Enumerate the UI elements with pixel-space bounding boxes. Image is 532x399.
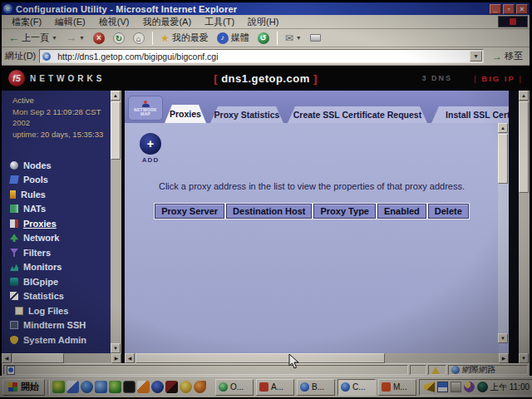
add-icon[interactable]: + (140, 133, 161, 155)
sidebar-item-statistics[interactable]: Statistics (10, 289, 111, 304)
menu-favorites[interactable]: 我的最愛(A) (135, 15, 198, 29)
address-input[interactable]: e http://dns1.getop.com/bigipgui/bigconf… (39, 49, 484, 63)
sidebar-vertical-scrollbar[interactable]: ▲ ▼ (111, 91, 121, 353)
throbber-logo (498, 16, 528, 27)
quicklaunch-icon[interactable] (81, 381, 93, 393)
tab-proxies[interactable]: Proxies (165, 105, 206, 123)
mail-dropdown-icon[interactable]: ▼ (296, 35, 302, 41)
address-dropdown-button[interactable]: ▼ (470, 51, 482, 62)
close-button[interactable]: × (516, 4, 528, 14)
tray-icon[interactable] (477, 382, 488, 392)
scroll-down-icon[interactable]: ▼ (111, 343, 121, 353)
scrollbar-thumb[interactable] (519, 101, 529, 193)
forward-dropdown-icon[interactable]: ▼ (79, 35, 85, 41)
tray-icon[interactable] (437, 382, 448, 392)
task-button-1[interactable]: O... (215, 379, 254, 396)
start-button[interactable]: 開始 (2, 379, 45, 396)
back-button[interactable]: ← 上一頁 ▼ (5, 31, 61, 45)
scroll-up-icon[interactable]: ▲ (498, 123, 508, 133)
refresh-button[interactable]: ↻ (110, 32, 128, 45)
scroll-up-icon[interactable]: ▲ (111, 91, 121, 101)
tab-proxy-statistics[interactable]: Proxy Statistics (210, 106, 283, 123)
sidebar-item-proxies[interactable]: Proxies (10, 216, 111, 231)
task-button-2[interactable]: A... (256, 379, 294, 396)
content-vertical-scrollbar[interactable]: ▲ ▼ (498, 123, 509, 343)
scrollbar-thumb[interactable] (498, 134, 508, 184)
quicklaunch-icon[interactable] (123, 381, 135, 393)
sidebar-item-filters[interactable]: Filters (10, 245, 111, 260)
scroll-down-icon[interactable]: ▼ (498, 333, 508, 343)
sidebar-item-nats[interactable]: NATs (10, 202, 111, 217)
sidebar-horizontal-scrollbar[interactable]: ◀ ▶ (2, 353, 121, 363)
scroll-right-icon[interactable]: ▶ (111, 353, 121, 363)
quicklaunch-icon[interactable] (52, 381, 65, 393)
maximize-button[interactable]: ▫ (503, 4, 515, 14)
quicklaunch-icon[interactable] (137, 381, 150, 393)
scroll-left-icon[interactable]: ◀ (2, 353, 12, 363)
sidebar-item-monitors[interactable]: Monitors (10, 260, 111, 275)
quicklaunch-icon[interactable] (165, 381, 178, 393)
sidebar-item-nodes[interactable]: Nodes (10, 158, 111, 173)
stop-button[interactable]: × (90, 32, 108, 45)
content-horizontal-scrollbar[interactable]: ◀ ▶ (125, 353, 509, 363)
scrollbar-thumb[interactable] (12, 353, 64, 363)
menu-view[interactable]: 檢視(V) (92, 15, 136, 29)
forward-button[interactable]: → ▼ (62, 31, 88, 45)
media-button[interactable]: ♪ 媒體 (214, 31, 253, 45)
quicklaunch-icon[interactable] (194, 381, 206, 393)
scrollbar-thumb[interactable] (111, 101, 121, 160)
scroll-right-icon[interactable]: ▶ (499, 353, 509, 363)
page-vertical-scrollbar[interactable]: ▲ ▼ (519, 91, 530, 363)
scroll-up-icon[interactable]: ▲ (519, 91, 529, 101)
quicklaunch-icon[interactable] (151, 381, 164, 393)
history-button[interactable]: ↺ (254, 32, 273, 45)
back-dropdown-icon[interactable]: ▼ (52, 35, 57, 41)
column-proxy-type[interactable]: Proxy Type (313, 204, 376, 219)
home-button[interactable]: ⌂ (130, 32, 148, 45)
network-map-button[interactable]: NETWORK MAP (128, 96, 163, 121)
task-button-3[interactable]: B... (297, 379, 335, 396)
task-button-active[interactable]: C... (337, 379, 376, 396)
forward-arrow-icon: → (66, 32, 76, 44)
add-proxy[interactable]: + ADD (138, 133, 163, 164)
scrollbar-thumb[interactable] (135, 353, 385, 363)
go-button[interactable]: → 移至 (487, 49, 528, 63)
tab-install-ssl-certificate[interactable]: Install SSL Certif (431, 106, 509, 123)
column-delete[interactable]: Delete (428, 204, 469, 219)
sidebar-item-bigpipe[interactable]: BIGpipe (10, 274, 111, 289)
quicklaunch-icon[interactable] (109, 381, 121, 393)
quicklaunch-icon[interactable] (180, 381, 192, 393)
home-icon: ⌂ (133, 32, 145, 44)
tray-icon[interactable] (424, 382, 435, 392)
menu-tools[interactable]: 工具(T) (198, 15, 241, 29)
sidebar-item-sysadmin[interactable]: System Admin (10, 332, 111, 347)
ie-icon: e (3, 4, 12, 13)
mail-button[interactable]: ✉ ▼ (282, 32, 305, 45)
print-button[interactable] (307, 33, 324, 42)
sidebar-item-rules[interactable]: Rules (10, 187, 111, 202)
column-destination-host[interactable]: Destination Host (226, 204, 312, 219)
sidebar-item-network[interactable]: Network (10, 231, 111, 246)
quicklaunch-icon[interactable] (95, 381, 107, 393)
column-proxy-server[interactable]: Proxy Server (155, 204, 224, 219)
scroll-left-icon[interactable]: ◀ (125, 353, 135, 363)
screen: e Configuration Utility - Microsoft Inte… (0, 0, 532, 399)
tray-icon[interactable] (451, 382, 461, 392)
sidebar-item-pools[interactable]: Pools (10, 173, 111, 188)
sidebar-item-mindterm[interactable]: Mindterm SSH (10, 318, 111, 333)
quicklaunch-icon[interactable] (66, 381, 79, 393)
tab-create-ssl-certificate-request[interactable]: Create SSL Certificate Request (288, 106, 427, 123)
tray-icon[interactable] (464, 382, 475, 392)
menu-file[interactable]: 檔案(F) (5, 15, 48, 29)
menu-edit[interactable]: 編輯(E) (48, 15, 92, 29)
hostname-bracket-left: [ (214, 72, 218, 85)
address-url[interactable]: http://dns1.getop.com/bigipgui/bigconf.c… (57, 52, 466, 62)
menu-bar: 檔案(F) 編輯(E) 檢視(V) 我的最愛(A) 工具(T) 說明(H) (2, 15, 530, 29)
minimize-button[interactable]: _ (490, 4, 501, 14)
menu-help[interactable]: 說明(H) (241, 15, 285, 29)
favorites-button[interactable]: ★ 我的最愛 (157, 31, 212, 45)
task-button-5[interactable]: M... (378, 379, 416, 396)
scroll-down-icon[interactable]: ▼ (519, 353, 529, 363)
sidebar-item-logfiles[interactable]: Log Files (10, 303, 111, 318)
column-enabled[interactable]: Enabled (377, 204, 426, 219)
